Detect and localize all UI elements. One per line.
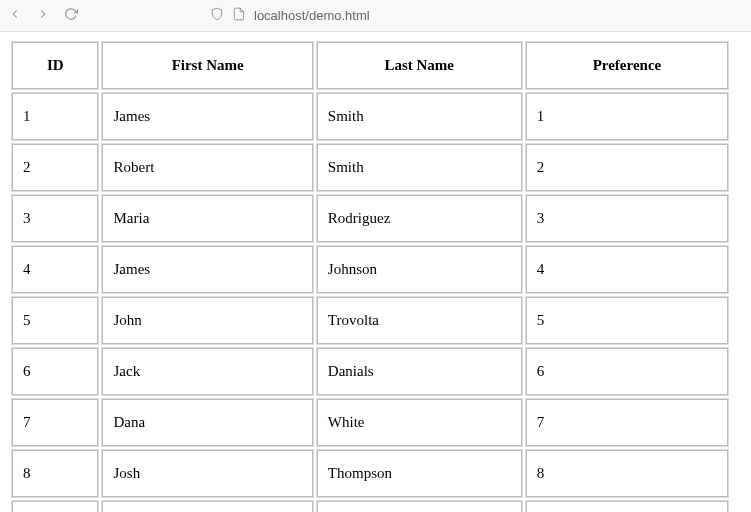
cell-preference: 3 bbox=[526, 195, 729, 242]
cell-id: 5 bbox=[12, 297, 98, 344]
header-id: ID bbox=[12, 42, 98, 89]
table-header-row: ID First Name Last Name Preference bbox=[12, 42, 728, 89]
page-content: ID First Name Last Name Preference 1Jame… bbox=[0, 32, 751, 512]
cell-id: 3 bbox=[12, 195, 98, 242]
reload-icon[interactable] bbox=[64, 7, 78, 25]
table-row: 1JamesSmith1 bbox=[12, 93, 728, 140]
cell-preference: 4 bbox=[526, 246, 729, 293]
cell-first_name: James bbox=[102, 93, 312, 140]
cell-preference: 7 bbox=[526, 399, 729, 446]
cell-preference: 5 bbox=[526, 297, 729, 344]
cell-id: 8 bbox=[12, 450, 98, 497]
cell-first_name: John bbox=[102, 297, 312, 344]
table-row: 7DanaWhite7 bbox=[12, 399, 728, 446]
cell-preference: 2 bbox=[526, 144, 729, 191]
page-icon bbox=[232, 7, 246, 24]
shield-icon bbox=[210, 7, 224, 24]
cell-first_name: Josh bbox=[102, 450, 312, 497]
table-row: 5JohnTrovolta5 bbox=[12, 297, 728, 344]
cell-first_name: Maria bbox=[102, 195, 312, 242]
table-row: 3MariaRodriguez3 bbox=[12, 195, 728, 242]
cell-first_name: James bbox=[102, 246, 312, 293]
address-bar[interactable]: localhost/demo.html bbox=[210, 7, 370, 24]
cell-last_name: Smith bbox=[317, 93, 522, 140]
cell-last_name: Thompson bbox=[317, 450, 522, 497]
cell-last_name: White bbox=[317, 399, 522, 446]
cell-last_name: Smith bbox=[317, 144, 522, 191]
header-preference: Preference bbox=[526, 42, 729, 89]
cell-preference: 1 bbox=[526, 93, 729, 140]
forward-icon[interactable] bbox=[36, 7, 50, 25]
cell-id: 7 bbox=[12, 399, 98, 446]
header-first-name: First Name bbox=[102, 42, 312, 89]
cell-last_name: Johnson bbox=[317, 246, 522, 293]
cell-last_name: Rodriguez bbox=[317, 195, 522, 242]
cell-id: 2 bbox=[12, 144, 98, 191]
table-row: 8JoshThompson8 bbox=[12, 450, 728, 497]
cell-first_name: Jack bbox=[102, 348, 312, 395]
cell-first_name: Dana bbox=[102, 399, 312, 446]
cell-last_name: Rollins bbox=[317, 501, 522, 512]
table-row: 2RobertSmith2 bbox=[12, 144, 728, 191]
nav-controls bbox=[8, 7, 78, 25]
back-icon[interactable] bbox=[8, 7, 22, 25]
cell-last_name: Trovolta bbox=[317, 297, 522, 344]
cell-id: 1 bbox=[12, 93, 98, 140]
cell-preference: 6 bbox=[526, 348, 729, 395]
table-row: 6JackDanials6 bbox=[12, 348, 728, 395]
cell-preference: 9 bbox=[526, 501, 729, 512]
cell-first_name: Connor bbox=[102, 501, 312, 512]
cell-id: 4 bbox=[12, 246, 98, 293]
data-table: ID First Name Last Name Preference 1Jame… bbox=[8, 38, 732, 512]
cell-first_name: Robert bbox=[102, 144, 312, 191]
browser-toolbar: localhost/demo.html bbox=[0, 0, 751, 32]
header-last-name: Last Name bbox=[317, 42, 522, 89]
table-row: 9ConnorRollins9 bbox=[12, 501, 728, 512]
cell-id: 9 bbox=[12, 501, 98, 512]
table-row: 4JamesJohnson4 bbox=[12, 246, 728, 293]
cell-last_name: Danials bbox=[317, 348, 522, 395]
cell-id: 6 bbox=[12, 348, 98, 395]
url-text: localhost/demo.html bbox=[254, 8, 370, 23]
cell-preference: 8 bbox=[526, 450, 729, 497]
